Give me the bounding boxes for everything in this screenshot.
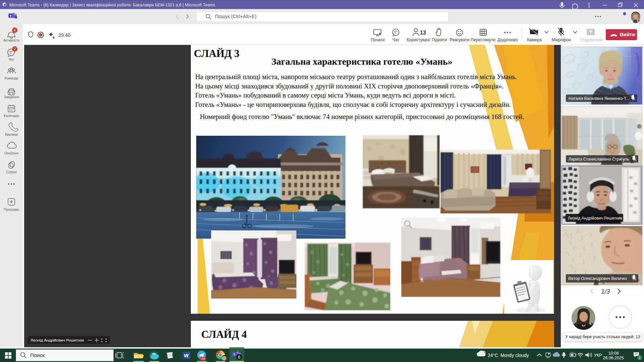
svg-text:T: T (233, 353, 235, 356)
svg-text:6: 6 (238, 355, 240, 360)
svg-text:T: T (10, 14, 12, 18)
svg-text:Mostly cloudy: Mostly cloudy (500, 353, 529, 358)
svg-text:1/3: 1/3 (601, 288, 610, 295)
svg-text:Наталія Василівна Якименко-Т..: Наталія Василівна Якименко-Т... (569, 96, 629, 101)
svg-text:13: 13 (420, 30, 426, 36)
svg-text:Леонід Андрійович Решетняк: Леонід Андрійович Решетняк (568, 216, 623, 221)
svg-text:Віктор Олександрович Величко: Віктор Олександрович Величко (568, 276, 627, 281)
svg-text:Лариса Станиславівна Стригуль: Лариса Станиславівна Стригуль (569, 157, 629, 162)
svg-text:2: 2 (14, 47, 16, 51)
svg-text:.09: .09 (201, 357, 205, 360)
svg-text:УКР: УКР (594, 353, 602, 358)
svg-text:10:08: 10:08 (608, 351, 619, 356)
svg-text:29:40: 29:40 (58, 33, 70, 38)
svg-text:24°C: 24°C (488, 353, 498, 358)
svg-text:W: W (184, 353, 189, 358)
svg-text:26.06.2025: 26.06.2025 (603, 356, 624, 360)
svg-text:1: 1 (639, 356, 641, 360)
svg-text:T: T (4, 3, 5, 6)
svg-text:4: 4 (14, 28, 16, 32)
